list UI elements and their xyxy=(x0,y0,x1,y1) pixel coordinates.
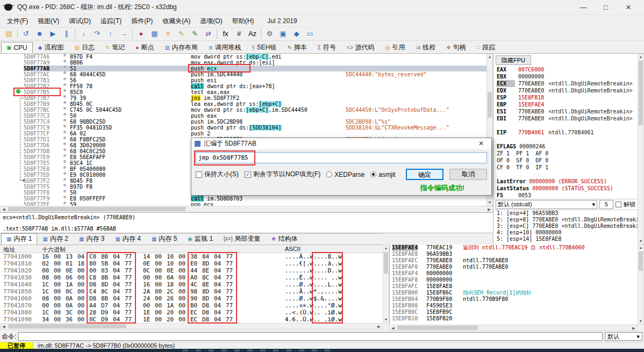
ok-button[interactable]: 确定 xyxy=(406,169,443,180)
menu-item[interactable]: 追踪(T) xyxy=(96,16,126,27)
stack-row[interactable]: 15E8FB0015E8FB6C指向SEH_Record[1]的指针 xyxy=(390,290,638,296)
calling-convention-select[interactable]: 默认 (stdcall) ▾ xyxy=(496,200,597,209)
memory-row[interactable]: 77041090340036000CD904771E002000ECD80477… xyxy=(0,316,383,323)
memory-row[interactable]: 7704107000000A00A4D7047700001A00B0D80477… xyxy=(0,302,383,309)
cancel-button[interactable]: 取消 xyxy=(449,169,487,180)
memory-vscrollbar[interactable]: ▲▼ xyxy=(383,245,389,323)
stack-row[interactable]: 15E8FAFC15E8FAE8 xyxy=(390,283,638,290)
keep-size-checkbox[interactable]: 保持大小(S) xyxy=(196,170,239,179)
tab-notes[interactable]: ✎笔记 xyxy=(100,42,130,53)
stop-button[interactable]: ■ xyxy=(33,28,46,40)
stack-row[interactable]: 15E8FAF400000000 xyxy=(390,270,638,277)
disasm-row[interactable]: 5D8F77C350push eax xyxy=(0,113,486,119)
register-value[interactable]: 00000000 (ERROR_SUCCESS) xyxy=(529,178,607,184)
tab-source[interactable]: <>源代码 xyxy=(341,42,380,53)
menu-item[interactable]: 文件(F) xyxy=(2,16,33,27)
tab-seh[interactable]: §SEH链 xyxy=(246,42,282,53)
menu-item[interactable]: 收藏夹(A) xyxy=(158,16,195,27)
tab-log[interactable]: ▤日志 xyxy=(69,42,100,53)
fill-nop-checkbox[interactable]: ✓剩余字节以NOP填充(F) xyxy=(245,170,320,179)
case-button[interactable]: Az xyxy=(246,28,259,40)
disasm-row[interactable]: 5D8F77B585C0test eax,eax xyxy=(0,89,486,95)
memory-row[interactable]: 7704103008000600C88B047700000A00A08C0477… xyxy=(0,274,383,281)
disasm-row[interactable]: 5D8F77B779 39jns im.5D8F77F2 xyxy=(0,95,486,101)
assemble-instruction-input[interactable] xyxy=(196,152,487,163)
menu-item[interactable]: 调试(D) xyxy=(64,16,96,27)
command-syntax-select[interactable]: 默认 ▾ xyxy=(605,332,642,341)
tab-memory-map[interactable]: ▥内存布局 xyxy=(159,42,203,53)
memory-hscrollbar[interactable]: ◀▶ xyxy=(0,323,383,329)
fx-button[interactable]: fx xyxy=(219,28,232,40)
disasm-row[interactable]: 5D8F77A6897D F4mov dword ptr ss:[ebp-C],… xyxy=(0,54,486,60)
register-value[interactable]: 0053 xyxy=(518,192,531,198)
memory-row[interactable]: 770410801C003C0028D904771E002000ECD80477… xyxy=(0,309,383,316)
run-to-return-button[interactable]: → xyxy=(117,28,131,40)
tab-references[interactable]: ◎引用 xyxy=(380,42,411,53)
restart-button[interactable]: ↺ xyxy=(19,28,33,40)
stack-row[interactable]: 15E8FB1015E8FB20 xyxy=(390,315,638,322)
maximize-button[interactable]: □ xyxy=(595,3,617,11)
tab-trace[interactable]: ∷跟踪 xyxy=(471,42,500,53)
register-value[interactable]: 770EABE0 xyxy=(518,109,544,114)
asmjit-radio[interactable]: asmjit xyxy=(370,171,395,178)
tab-script[interactable]: ✎脚本 xyxy=(282,42,312,53)
register-value[interactable]: 00000246 xyxy=(519,143,545,149)
breakpoints-button[interactable]: ● xyxy=(134,28,148,40)
tab-watch-1[interactable]: ◉监视 1 xyxy=(182,233,218,245)
stack-row[interactable]: 15E8FB08F45905E3 xyxy=(390,303,638,309)
tab-threads[interactable]: ⇉线程 xyxy=(410,42,440,53)
disasm-row[interactable]: 5D8F77BCC745 0C 5044C45Dmov dword ptr ss… xyxy=(0,107,486,113)
memory-row[interactable]: 770410501C000C00C48C04772A002C00988D0477… xyxy=(0,288,383,295)
disasm-row[interactable]: 5D8F77C9FF35 0481D35Dpush dword ptr ds:[… xyxy=(0,125,486,131)
menu-item[interactable]: 插件(P) xyxy=(126,16,158,27)
memory-row[interactable]: 7704106008000A00D88B047724002600908D0477… xyxy=(0,295,383,302)
disasm-row[interactable]: 5D8F77B98D45 0Clea eax,dword ptr ss:[ebp… xyxy=(0,101,486,107)
menu-item[interactable]: 视图(V) xyxy=(33,16,64,27)
registers-vscrollbar[interactable]: ▲▼ xyxy=(638,54,644,245)
step-out-button[interactable]: ↑ xyxy=(104,28,117,40)
tab-memory-4[interactable]: ▦内存 4 xyxy=(110,233,146,245)
memory-dump-panel[interactable]: 7704100016001304C08B04771400100038840477… xyxy=(0,253,383,323)
open-file-button[interactable]: ▤ xyxy=(2,28,16,40)
stack-hscrollbar[interactable]: ◀▶ xyxy=(389,325,638,331)
stack-row[interactable]: 15E8FAF0770EABE0ntdll.770EABE0 xyxy=(390,264,638,270)
settings-button[interactable]: ⚙ xyxy=(263,28,276,40)
stack-row[interactable]: 15E8FAE896A59BB3 xyxy=(390,251,638,257)
run-button[interactable]: ▶ xyxy=(46,28,60,40)
unlock-checkbox[interactable] xyxy=(616,202,621,207)
tab-struct[interactable]: ❖结构体 xyxy=(266,233,303,245)
tab-cpu[interactable]: ▣CPU xyxy=(1,42,33,53)
disasm-row[interactable]: 5D8F77C468 98BDC25Dpush im.5DC2BD985DC2B… xyxy=(0,119,486,125)
stack-row[interactable]: 15E8FAE4770EAC19返回到 ntdll.770EAC19 自 ntd… xyxy=(390,245,638,251)
register-value[interactable]: 15E8FB10 xyxy=(518,95,544,100)
stack-row[interactable]: 15E8FAF800000000 xyxy=(390,277,638,283)
register-value[interactable]: 770EABE0 xyxy=(518,81,544,87)
register-value[interactable]: 15E8FAE4 xyxy=(518,102,544,107)
tab-memory-1[interactable]: ▦内存 1 xyxy=(1,233,37,245)
tab-graph[interactable]: ◆流程图 xyxy=(33,42,69,53)
breakpoint-dot-icon[interactable] xyxy=(16,89,20,94)
register-value[interactable]: 770EABE0 xyxy=(518,88,544,94)
disasm-row[interactable]: 5D8F77FE59pop ecx xyxy=(0,202,486,206)
assemble-dialog-title-bar[interactable]: 汇编于 5D8F77AB ✕ xyxy=(191,138,491,149)
register-value[interactable]: 007C6000 xyxy=(518,67,544,73)
disasm-row[interactable]: 5D8F77AC68 4044C45Dpush im.5DC444405DC44… xyxy=(0,71,486,77)
disasm-row[interactable]: 5D8F77CF6A 02push 2 xyxy=(0,131,486,137)
dialog-close-icon[interactable]: ✕ xyxy=(474,140,488,147)
register-value[interactable]: 770B4061 xyxy=(518,130,544,135)
monitor-button[interactable]: ▭ xyxy=(303,28,317,40)
tab-memory-5[interactable]: ▦内存 5 xyxy=(146,233,182,245)
stack-row[interactable]: 15E8FAEC770EABE0ntdll.770EABE0 xyxy=(390,257,638,264)
compare-button[interactable]: ⇄ xyxy=(202,28,215,40)
close-button[interactable]: ✕ xyxy=(617,3,640,11)
step-over-button[interactable]: ↷ xyxy=(90,28,104,40)
pause-button[interactable]: ∥ xyxy=(60,28,73,40)
stack-vscrollbar[interactable]: ▲▼ xyxy=(638,245,644,325)
stack-panel[interactable]: 15E8FAE4770EAC19返回到 ntdll.770EAC19 自 ntd… xyxy=(389,245,638,325)
script-button[interactable]: ✎ xyxy=(188,28,202,40)
tab-memory-2[interactable]: ▦内存 2 xyxy=(37,233,73,245)
tab-call-stack[interactable]: ≣调用堆栈 xyxy=(203,42,246,53)
register-value[interactable]: 00000000 (STATUS_SUCCESS) xyxy=(532,185,613,191)
memory-map-button[interactable]: ▦ xyxy=(148,28,161,40)
menu-item[interactable]: 帮助(H) xyxy=(227,16,259,27)
